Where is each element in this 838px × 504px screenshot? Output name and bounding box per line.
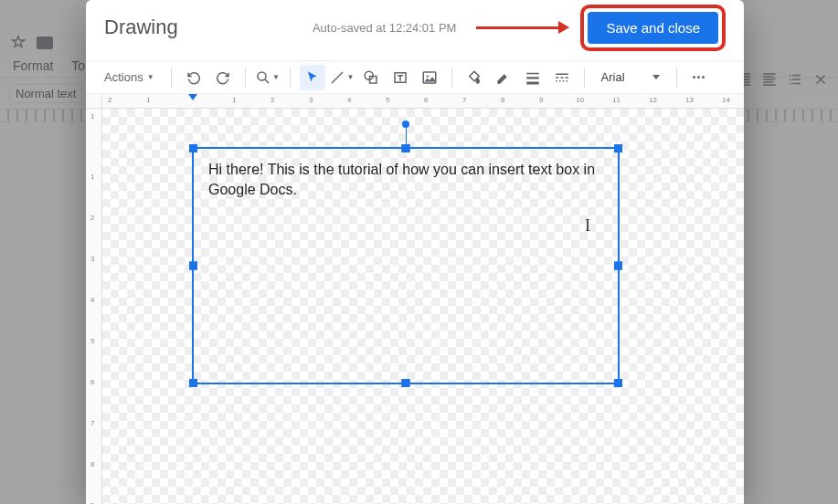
resize-handle-se[interactable] <box>614 379 622 387</box>
rotate-connector <box>406 126 407 144</box>
resize-handle-n[interactable] <box>402 144 410 152</box>
svg-rect-14 <box>559 80 561 82</box>
annotation-arrow <box>476 21 569 34</box>
actions-label: Actions <box>104 70 143 84</box>
v-ruler[interactable]: 1 1 2 3 4 5 6 7 8 9 <box>86 109 102 504</box>
svg-point-0 <box>258 72 266 80</box>
border-dash-button[interactable] <box>549 65 575 90</box>
line-tool[interactable]: ▼ <box>329 65 355 90</box>
shape-tool[interactable] <box>358 65 384 90</box>
h-ruler[interactable]: 2 1 1 2 3 4 5 6 7 8 9 10 11 12 13 14 <box>102 94 744 109</box>
zoom-button[interactable]: ▼ <box>255 65 281 90</box>
svg-rect-9 <box>556 73 568 75</box>
redo-button[interactable] <box>210 65 236 90</box>
svg-rect-11 <box>560 77 563 79</box>
actions-menu[interactable]: Actions ▼ <box>97 67 162 88</box>
resize-handle-e[interactable] <box>614 262 622 270</box>
rotate-handle[interactable] <box>402 121 409 128</box>
textbox-selection[interactable]: Hi there! This is the tutorial of how yo… <box>192 147 620 384</box>
select-tool[interactable] <box>300 65 325 90</box>
svg-rect-8 <box>526 81 539 84</box>
resize-handle-s[interactable] <box>402 379 410 387</box>
modal-header: Drawing Auto-saved at 12:24:01 PM Save a… <box>86 0 744 55</box>
autosave-status: Auto-saved at 12:24:01 PM <box>313 21 457 35</box>
resize-handle-nw[interactable] <box>189 144 197 152</box>
resize-handle-w[interactable] <box>189 262 197 270</box>
textbox-text[interactable]: Hi there! This is the tutorial of how yo… <box>194 149 618 210</box>
fill-color-button[interactable] <box>461 65 487 90</box>
indent-marker[interactable] <box>188 94 197 100</box>
chevron-down-icon <box>652 75 660 79</box>
undo-button[interactable] <box>181 65 207 90</box>
font-select[interactable]: Arial <box>594 70 667 84</box>
svg-rect-13 <box>556 80 557 82</box>
svg-point-5 <box>426 75 428 77</box>
image-tool[interactable] <box>417 65 442 90</box>
drawing-canvas[interactable]: Hi there! This is the tutorial of how yo… <box>102 109 744 504</box>
svg-rect-6 <box>526 72 539 74</box>
svg-rect-12 <box>565 77 568 79</box>
svg-rect-15 <box>562 80 564 82</box>
resize-handle-ne[interactable] <box>614 144 622 152</box>
save-and-close-button[interactable]: Save and close <box>588 12 718 44</box>
textbox-tool[interactable] <box>387 65 413 90</box>
svg-rect-10 <box>556 77 558 79</box>
caret-down-icon: ▼ <box>147 73 154 81</box>
annotation-highlight: Save and close <box>580 5 726 51</box>
more-button[interactable] <box>686 65 712 90</box>
drawing-modal: Drawing Auto-saved at 12:24:01 PM Save a… <box>86 0 744 504</box>
svg-rect-7 <box>526 77 539 79</box>
ruler-row: 2 1 1 2 3 4 5 6 7 8 9 10 11 12 13 14 <box>86 94 744 109</box>
border-color-button[interactable] <box>491 65 516 90</box>
text-cursor-icon: I <box>585 216 590 236</box>
drawing-toolbar: Actions ▼ ▼ ▼ Arial <box>86 61 744 94</box>
border-weight-button[interactable] <box>520 65 546 90</box>
font-value: Arial <box>601 70 625 84</box>
canvas-area: 1 1 2 3 4 5 6 7 8 9 Hi there! This is th… <box>86 109 744 504</box>
svg-rect-16 <box>566 80 568 82</box>
modal-title: Drawing <box>104 16 178 39</box>
more-icon <box>693 76 705 79</box>
resize-handle-sw[interactable] <box>189 379 197 387</box>
